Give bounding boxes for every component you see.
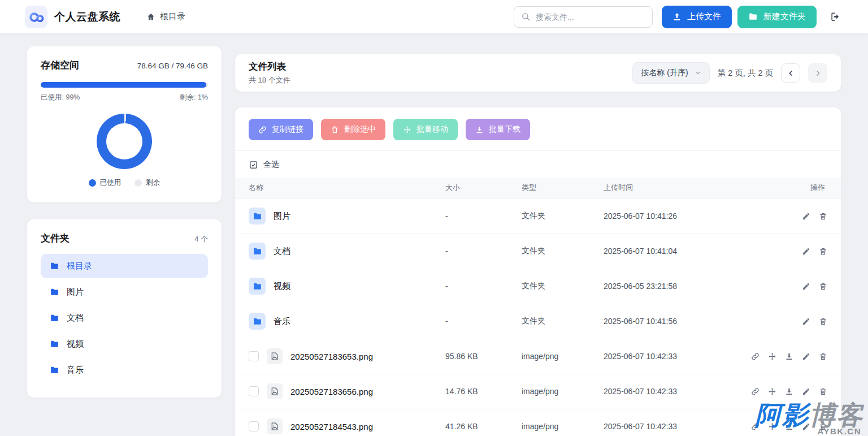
table-row[interactable]: 视频 - 文件夹 2025-06-05 23:21:58 xyxy=(235,269,841,304)
chevron-down-icon xyxy=(695,70,701,76)
delete-icon[interactable] xyxy=(819,387,827,396)
move-icon[interactable] xyxy=(768,422,776,431)
search-box[interactable] xyxy=(514,6,653,28)
select-all-label: 全选 xyxy=(263,159,279,170)
folder-icon xyxy=(50,339,59,349)
app-title: 个人云盘系统 xyxy=(54,10,120,24)
storage-progress-fill xyxy=(41,82,206,88)
upload-button[interactable]: 上传文件 xyxy=(662,6,732,28)
file-name[interactable]: 音乐 xyxy=(274,316,290,327)
file-list-card: 复制链接 删除选中 批量移动 xyxy=(235,107,841,436)
column-header-size: 大小 xyxy=(445,178,522,198)
legend-used: 已使用 xyxy=(89,178,121,188)
file-name[interactable]: 视频 xyxy=(274,281,290,292)
sort-dropdown[interactable]: 按名称 (升序) xyxy=(632,62,709,84)
upload-icon xyxy=(672,12,682,21)
folders-card: 文件夹 4 个 根目录 图片 文档 视频 音乐 xyxy=(27,219,222,398)
edit-icon[interactable] xyxy=(802,317,810,326)
edit-icon[interactable] xyxy=(802,422,810,431)
new-folder-button[interactable]: 新建文件夹 xyxy=(737,6,817,28)
move-icon[interactable] xyxy=(768,352,776,361)
folder-icon xyxy=(249,208,266,225)
move-icon[interactable] xyxy=(768,387,776,396)
file-image-icon xyxy=(267,348,283,364)
table-row[interactable]: 20250527183653.png 95.86 KB image/png 20… xyxy=(235,339,841,374)
delete-icon[interactable] xyxy=(819,282,827,291)
delete-icon[interactable] xyxy=(819,212,827,221)
app-header: 个人云盘系统 根目录 上传文件 新建文件夹 xyxy=(0,0,868,34)
file-image-icon xyxy=(267,383,283,399)
file-name[interactable]: 20250527184543.png xyxy=(290,422,373,431)
sidebar: 存储空间 78.64 GB / 79.46 GB 已使用: 99% 剩余: 1%… xyxy=(27,46,222,398)
sidebar-folder-item[interactable]: 视频 xyxy=(41,332,208,356)
prev-page-button[interactable] xyxy=(781,63,800,83)
storage-free-label: 剩余: 1% xyxy=(180,93,208,102)
folders-title: 文件夹 xyxy=(41,232,70,245)
file-size: 41.26 KB xyxy=(445,409,522,436)
copy-link-icon[interactable] xyxy=(751,422,760,431)
file-name[interactable]: 20250527183656.png xyxy=(290,387,373,396)
search-input[interactable] xyxy=(536,12,645,21)
edit-icon[interactable] xyxy=(802,247,810,256)
legend-used-dot xyxy=(89,179,96,187)
table-row[interactable]: 图片 - 文件夹 2025-06-07 10:41:26 xyxy=(235,198,841,234)
table-row[interactable]: 文档 - 文件夹 2025-06-07 10:41:04 xyxy=(235,234,841,269)
delete-icon[interactable] xyxy=(819,352,827,361)
copy-link-label: 复制链接 xyxy=(272,124,303,135)
file-time: 2025-06-07 10:41:04 xyxy=(604,234,742,269)
search-icon xyxy=(521,12,531,21)
edit-icon[interactable] xyxy=(802,282,810,291)
delete-icon[interactable] xyxy=(819,422,827,431)
download-icon[interactable] xyxy=(785,387,793,396)
sidebar-folder-item[interactable]: 图片 xyxy=(41,280,208,304)
row-checkbox[interactable] xyxy=(249,386,259,396)
logout-button[interactable] xyxy=(830,11,841,22)
checkbox-checked-icon xyxy=(249,160,258,170)
file-size: - xyxy=(445,269,522,304)
file-name[interactable]: 文档 xyxy=(274,246,290,257)
file-type: 文件夹 xyxy=(522,269,604,304)
legend-free-dot xyxy=(134,179,142,187)
file-name[interactable]: 图片 xyxy=(274,211,290,222)
batch-move-button[interactable]: 批量移动 xyxy=(393,119,458,140)
sidebar-folder-item[interactable]: 文档 xyxy=(41,306,208,330)
new-folder-button-label: 新建文件夹 xyxy=(763,11,806,22)
edit-icon[interactable] xyxy=(802,352,810,361)
copy-link-button[interactable]: 复制链接 xyxy=(249,119,313,140)
file-type: 文件夹 xyxy=(522,234,604,269)
file-name[interactable]: 20250527183653.png xyxy=(290,352,373,361)
delete-selected-button[interactable]: 删除选中 xyxy=(321,119,385,140)
link-icon xyxy=(258,126,267,134)
download-icon[interactable] xyxy=(785,422,793,431)
copy-link-icon[interactable] xyxy=(751,387,760,396)
main-panel: 文件列表 共 18 个文件 按名称 (升序) 第 2 页, 共 2 页 xyxy=(235,54,841,436)
logout-icon xyxy=(830,11,841,22)
file-table: 名称 大小 类型 上传时间 操作 图片 - 文件夹 202 xyxy=(235,178,841,436)
folder-item-label: 根目录 xyxy=(67,261,92,271)
folder-icon xyxy=(50,313,59,323)
next-page-button[interactable] xyxy=(808,63,827,83)
copy-link-icon[interactable] xyxy=(751,352,760,361)
folder-icon xyxy=(50,287,59,297)
edit-icon[interactable] xyxy=(802,212,810,221)
row-checkbox[interactable] xyxy=(249,421,259,431)
delete-icon[interactable] xyxy=(819,247,827,256)
table-row[interactable]: 20250527183656.png 14.76 KB image/png 20… xyxy=(235,374,841,409)
chevron-left-icon xyxy=(787,70,795,77)
download-icon[interactable] xyxy=(785,352,793,361)
select-all-control[interactable]: 全选 xyxy=(235,151,841,178)
legend-free-label: 剩余 xyxy=(146,178,160,188)
table-row[interactable]: 20250527184543.png 41.26 KB image/png 20… xyxy=(235,409,841,436)
batch-download-button[interactable]: 批量下载 xyxy=(466,119,530,140)
column-header-name: 名称 xyxy=(235,178,445,198)
download-icon xyxy=(475,126,484,134)
sidebar-folder-item[interactable]: 音乐 xyxy=(41,358,208,382)
delete-icon[interactable] xyxy=(819,317,827,326)
breadcrumb[interactable]: 根目录 xyxy=(146,11,185,22)
edit-icon[interactable] xyxy=(802,387,810,396)
file-time: 2025-06-07 10:42:33 xyxy=(604,339,742,374)
row-checkbox[interactable] xyxy=(249,351,259,361)
file-count-text: 共 18 个文件 xyxy=(249,75,290,85)
table-row[interactable]: 音乐 - 文件夹 2025-06-07 10:41:56 xyxy=(235,304,841,339)
sidebar-folder-item[interactable]: 根目录 xyxy=(41,254,208,278)
